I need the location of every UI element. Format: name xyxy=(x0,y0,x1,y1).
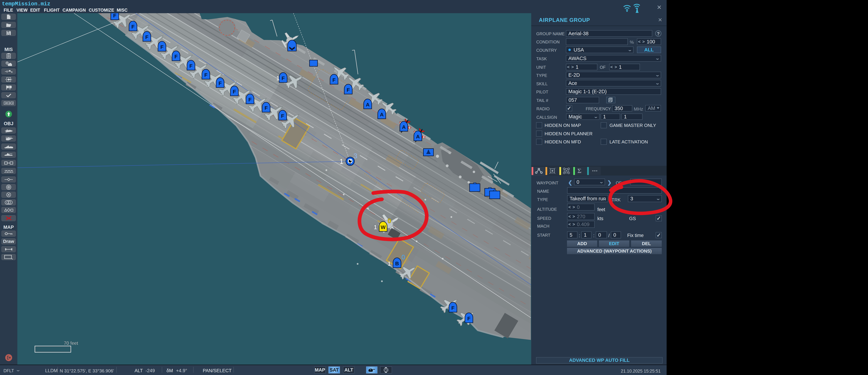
svg-text:1: 1 xyxy=(388,260,391,267)
svg-text:A: A xyxy=(366,102,370,107)
svg-text:F: F xyxy=(248,97,252,102)
svg-text:F: F xyxy=(160,44,163,50)
svg-text:1: 1 xyxy=(374,224,377,230)
svg-text:A: A xyxy=(380,112,384,117)
svg-text:F: F xyxy=(265,105,268,111)
svg-text:F: F xyxy=(131,24,134,30)
svg-text:F: F xyxy=(452,305,455,311)
svg-text:F: F xyxy=(113,13,116,19)
svg-text:F: F xyxy=(189,63,192,69)
svg-text:F: F xyxy=(333,77,336,83)
svg-text:W: W xyxy=(381,224,386,230)
svg-text:F: F xyxy=(233,89,236,94)
svg-text:F: F xyxy=(282,75,285,81)
svg-text:0: 0 xyxy=(388,217,391,224)
svg-text:F: F xyxy=(175,54,178,59)
svg-text:Σ: Σ xyxy=(578,167,582,174)
svg-text:1: 1 xyxy=(276,75,280,82)
svg-text:A: A xyxy=(402,124,406,130)
svg-text:F: F xyxy=(467,316,470,321)
svg-text:F: F xyxy=(347,87,350,93)
svg-text:F: F xyxy=(204,72,208,78)
svg-text:0: 0 xyxy=(402,254,405,261)
svg-text:70 feet: 70 feet xyxy=(64,341,78,346)
svg-text:B: B xyxy=(395,260,399,266)
svg-text:3: 3 xyxy=(353,152,357,160)
svg-text:1: 1 xyxy=(340,158,343,165)
svg-text:F: F xyxy=(219,81,222,86)
svg-text:F: F xyxy=(281,113,284,119)
svg-text:A: A xyxy=(416,134,420,139)
svg-text:F: F xyxy=(145,34,148,40)
